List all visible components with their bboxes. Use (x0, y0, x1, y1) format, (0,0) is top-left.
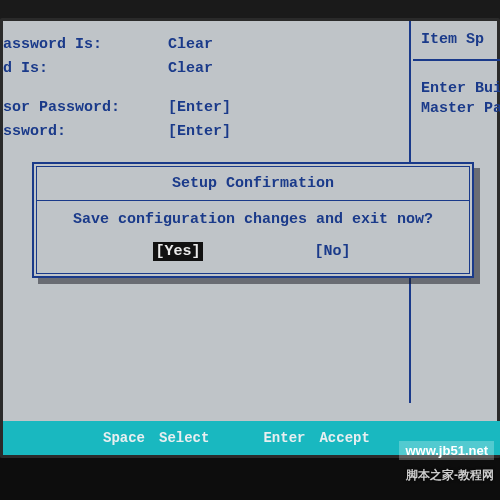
help-line: Enter Bui (421, 79, 495, 99)
dialog-title: Setup Confirmation (37, 167, 469, 201)
yes-button[interactable]: [Yes] (153, 242, 202, 261)
field-value: Clear (168, 59, 308, 79)
footer-action: Select (159, 430, 209, 446)
watermark-sub: 脚本之家-教程网 (406, 467, 494, 484)
help-body: Enter Bui Master Pas (413, 61, 500, 136)
password-status-row: assword Is: Clear (3, 33, 409, 57)
field-action: [Enter] (168, 122, 308, 142)
footer-action: Accept (319, 430, 369, 446)
field-label: ssword: (3, 122, 168, 142)
footer-key: Enter (263, 430, 305, 446)
help-line: Master Pas (421, 99, 495, 119)
footer-key: Space (103, 430, 145, 446)
field-label: d Is: (3, 59, 168, 79)
field-value: Clear (168, 35, 308, 55)
password-entry-row[interactable]: sor Password: [Enter] (3, 96, 409, 120)
watermark: www.jb51.net (399, 441, 494, 460)
dialog-message: Save configuration changes and exit now? (37, 201, 469, 236)
confirmation-dialog: Setup Confirmation Save configuration ch… (32, 162, 474, 278)
password-status-row: d Is: Clear (3, 57, 409, 81)
password-entry-row[interactable]: ssword: [Enter] (3, 120, 409, 144)
field-label: assword Is: (3, 35, 168, 55)
help-header: Item Sp (413, 21, 500, 61)
field-label: sor Password: (3, 98, 168, 118)
no-button[interactable]: [No] (313, 242, 353, 261)
field-action: [Enter] (168, 98, 308, 118)
dialog-buttons: [Yes] [No] (37, 236, 469, 273)
